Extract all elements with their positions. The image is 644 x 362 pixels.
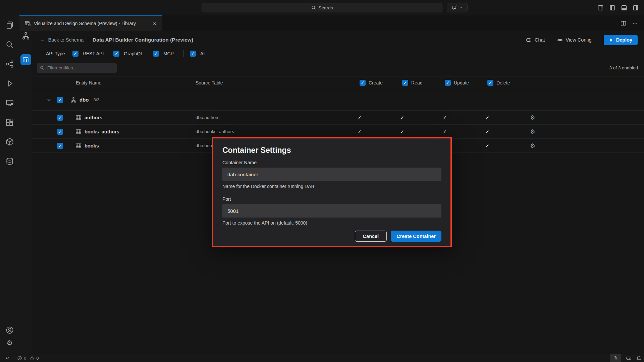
tab-close-icon[interactable]: × [153, 21, 156, 26]
col-delete: Delete [487, 80, 530, 86]
deploy-label: Deploy [616, 37, 632, 43]
entity-row-authors[interactable]: authors dbo.authors ⚙ [32, 111, 644, 125]
tab-title: Visualize and Design Schema (Preview) - … [34, 21, 136, 26]
filter-entities-row: 3 of 3 enabled [32, 63, 644, 73]
customize-layout-icon[interactable] [598, 5, 603, 11]
port-input[interactable] [222, 204, 441, 218]
mcp-checkbox[interactable] [153, 51, 159, 57]
entity-name: books_authors [85, 129, 119, 134]
container-name-help: Name for the Docker container running DA… [222, 184, 441, 189]
entity-name: authors [85, 115, 102, 120]
package-cube-icon[interactable] [6, 138, 14, 146]
graphql-label: GraphQL [124, 51, 143, 56]
graphql-option[interactable]: GraphQL [113, 51, 143, 57]
warning-count: 0 [36, 356, 39, 361]
more-actions-icon[interactable]: ⋯ [632, 20, 638, 26]
deploy-button[interactable]: Deploy [604, 35, 638, 45]
col-create: Create [360, 80, 402, 86]
books-authors-settings-gear-icon[interactable]: ⚙ [530, 129, 644, 135]
dab-config-tool-button[interactable] [20, 54, 31, 65]
port-help: Port to expose the API on (default: 5000… [222, 220, 441, 226]
status-bar: 0 0 [0, 354, 644, 362]
back-to-schema-link[interactable]: ← Back to Schema [40, 37, 84, 43]
search-icon [311, 5, 316, 10]
back-arrow-icon: ← [40, 37, 45, 43]
all-checkbox[interactable] [190, 51, 196, 57]
chevron-down-icon[interactable] [47, 98, 57, 102]
copilot-status-icon[interactable] [626, 355, 632, 361]
mcp-option[interactable]: MCP [153, 51, 174, 57]
run-debug-icon[interactable] [6, 79, 14, 87]
filter-entities-box[interactable] [37, 63, 117, 73]
split-editor-icon[interactable] [621, 20, 626, 26]
tab-bar: Visualize and Design Schema (Preview) - … [19, 15, 644, 31]
error-icon [17, 356, 22, 361]
cancel-button[interactable]: Cancel [355, 231, 387, 242]
schema-group-row[interactable]: dbo 3/3 [32, 89, 644, 111]
rest-api-option[interactable]: REST API [72, 51, 104, 57]
authors-checkbox[interactable] [57, 115, 63, 121]
settings-gear-icon[interactable]: ⚙ [6, 339, 14, 347]
page-title: Data API Builder Configuration (Preview) [93, 37, 193, 43]
database-icon[interactable] [6, 157, 14, 165]
books-settings-gear-icon[interactable]: ⚙ [530, 143, 644, 149]
dbo-group-checkbox[interactable] [57, 97, 63, 103]
table-grid-icon [75, 115, 82, 121]
chat-button[interactable]: Chat [526, 37, 545, 43]
graphql-checkbox[interactable] [113, 51, 119, 57]
entity-source: dbo.authors [196, 115, 360, 120]
api-type-label: API Type [46, 51, 65, 56]
schema-hierarchy-icon[interactable] [22, 32, 30, 40]
view-config-button[interactable]: View Config [557, 37, 592, 43]
eye-icon [557, 37, 563, 43]
toggle-secondary-sidebar-icon[interactable] [633, 5, 639, 11]
copilot-icon [526, 37, 532, 43]
rest-api-label: REST API [83, 51, 104, 56]
create-container-button[interactable]: Create Container [391, 231, 441, 242]
enabled-summary: 3 of 3 enabled [609, 65, 638, 70]
extensions-icon[interactable] [6, 118, 14, 126]
zoom-indicator-icon[interactable] [610, 354, 621, 362]
group-name: dbo [79, 97, 89, 103]
container-name-input[interactable] [222, 168, 441, 181]
all-label: All [200, 51, 206, 56]
update-all-checkbox[interactable] [445, 80, 451, 86]
rest-api-checkbox[interactable] [72, 51, 78, 57]
copilot-chat-button[interactable] [447, 3, 468, 12]
table-grid-icon [75, 129, 82, 135]
notifications-bell-icon[interactable] [636, 356, 641, 361]
filter-separator [183, 50, 184, 57]
search-sidebar-icon[interactable] [6, 41, 14, 49]
col-entity-name: Entity Name [32, 80, 196, 85]
filter-entities-input[interactable] [47, 65, 114, 71]
entity-source: dbo.books_authors [196, 129, 360, 134]
group-count: 3/3 [94, 97, 100, 102]
share-graph-icon[interactable] [6, 60, 14, 68]
mcp-label: MCP [163, 51, 174, 56]
authors-settings-gear-icon[interactable]: ⚙ [530, 115, 644, 121]
toggle-panel-icon[interactable] [621, 5, 627, 11]
all-option[interactable]: All [190, 51, 206, 57]
problems-indicator[interactable]: 0 0 [17, 356, 39, 361]
read-all-checkbox[interactable] [402, 80, 408, 86]
explorer-files-icon[interactable] [6, 21, 14, 29]
entity-row-books-authors[interactable]: books_authors dbo.books_authors ⚙ [32, 125, 644, 139]
remote-monitor-x-icon[interactable] [6, 99, 14, 107]
books-checkbox[interactable] [57, 143, 63, 149]
delete-all-checkbox[interactable] [487, 80, 493, 86]
books-authors-checkbox[interactable] [57, 129, 63, 135]
col-read: Read [402, 80, 445, 86]
toggle-sidebar-icon[interactable] [609, 5, 615, 11]
play-icon [609, 38, 613, 42]
remote-indicator-icon[interactable] [5, 356, 10, 361]
tab-visualize-design-schema[interactable]: Visualize and Design Schema (Preview) - … [19, 15, 162, 31]
chevron-down-icon [459, 6, 463, 9]
create-all-checkbox[interactable] [360, 80, 366, 86]
title-bar: ← → Search [0, 0, 644, 15]
activity-bar: ⚙ [0, 15, 19, 354]
table-grid-icon [75, 143, 82, 149]
api-type-filter-row: API Type REST API GraphQL MCP All [32, 49, 644, 58]
account-icon[interactable] [6, 326, 14, 334]
command-search-box[interactable]: Search [202, 3, 442, 12]
table-header-row: Entity Name Source Table Create Read Upd… [32, 76, 644, 89]
